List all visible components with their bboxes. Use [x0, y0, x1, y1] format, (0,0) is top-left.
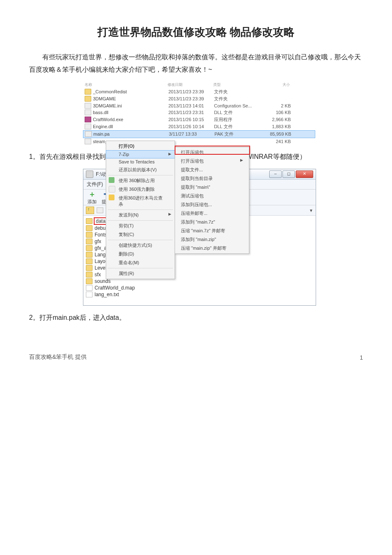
minimize-button[interactable]: – — [269, 170, 282, 178]
context-menu-item[interactable]: 属性(R) — [106, 269, 175, 278]
item-icon — [86, 232, 93, 238]
col-size: 大小 — [261, 82, 290, 88]
submenu-item[interactable]: 压缩 "main.zip" 并邮寄 — [175, 244, 249, 253]
file-name: 3DMGAME — [93, 96, 168, 101]
file-icon — [85, 89, 91, 95]
file-size: 2,966 KB — [262, 117, 291, 122]
item-icon — [86, 272, 93, 278]
context-menu-item[interactable]: 使用360进行木马云查杀 — [106, 194, 175, 209]
column-headers: 名称 修改日期 类型 大小 — [83, 81, 315, 88]
file-size: 85,959 KB — [262, 131, 291, 136]
menu-item[interactable]: 文件(F) — [87, 181, 103, 188]
file-name: main.pa — [93, 131, 169, 136]
archive-item[interactable]: lang_en.txt — [86, 291, 156, 298]
file-row[interactable]: main.pa3/11/27 13:33PAK 文件85,959 KB — [83, 130, 315, 138]
context-menu-item[interactable]: 7-Zip▶ — [106, 150, 175, 158]
context-menu-item[interactable]: 复制(C) — [106, 230, 175, 239]
file-date: 2013/11/23 23:31 — [168, 110, 214, 115]
maximize-button[interactable]: ◻ — [282, 170, 295, 178]
item-icon — [86, 225, 93, 231]
file-icon — [85, 110, 91, 115]
submenu-item[interactable]: 添加到 "main.zip" — [175, 235, 249, 244]
context-menu-item[interactable]: 发送到(N)▶ — [106, 211, 175, 219]
submenu-item[interactable]: 打开压缩包▶ — [175, 157, 249, 166]
file-name: 3DMGAME.ini — [93, 103, 168, 108]
submenu-item[interactable]: 压缩并邮寄... — [175, 209, 249, 218]
archive-item[interactable]: CraftWorld_d.map — [86, 285, 156, 291]
item-name: Fonts — [95, 232, 107, 238]
file-date: 2013/11/23 14:01 — [168, 103, 214, 108]
item-icon — [86, 218, 93, 224]
file-name: CraftWorld.exe — [93, 117, 168, 122]
col-type: 类型 — [213, 82, 261, 88]
context-menu-item[interactable]: 删除(D) — [106, 250, 175, 258]
item-name: CraftWorld_d.map — [95, 285, 135, 291]
item-icon — [86, 285, 93, 291]
file-row[interactable]: 3DMGAME2013/11/23 23:39文件夹 — [83, 95, 315, 102]
context-menu-item[interactable]: 使用 360解除占用 — [106, 176, 175, 185]
file-type: 应用程序 — [214, 117, 262, 123]
context-menu-item[interactable]: 重命名(M) — [106, 258, 175, 267]
file-type: Configuration Se... — [214, 103, 262, 108]
submenu-item[interactable]: 添加到压缩包... — [175, 200, 249, 209]
file-icon — [85, 124, 91, 129]
submenu-item[interactable]: 添加到 "main.7z" — [175, 218, 249, 226]
dropdown-icon[interactable]: ▼ — [309, 208, 313, 213]
item-icon — [86, 265, 93, 271]
file-row[interactable]: CraftWorld.exe2013/11/26 10:15应用程序2,966 … — [83, 116, 315, 123]
file-date: 2013/11/23 23:39 — [168, 96, 214, 101]
file-row[interactable]: _CommonRedist2013/11/23 23:39文件夹 — [83, 88, 315, 95]
context-menu-item[interactable]: 打开(O) — [106, 142, 175, 151]
file-size: 241 KB — [262, 139, 291, 144]
item-icon — [86, 252, 93, 258]
file-list: _CommonRedist2013/11/23 23:39文件夹3DMGAME2… — [83, 88, 315, 145]
item-name: lang_en.txt — [95, 292, 119, 297]
file-row[interactable]: 3DMGAME.ini2013/11/23 14:01Configuration… — [83, 102, 315, 109]
file-row[interactable]: Engine.dll2013/11/26 10:14DLL 文件1,883 KB — [83, 123, 315, 130]
context-menu-item[interactable]: 还原以前的版本(V) — [106, 166, 175, 174]
item-name: sounds — [95, 278, 111, 284]
context-menu-item[interactable]: Save to Tentacles — [106, 158, 175, 166]
item-icon — [86, 292, 93, 297]
file-name: _CommonRedist — [93, 89, 168, 94]
toolbar-button[interactable]: ＋添加 — [85, 190, 99, 205]
context-menu-item[interactable]: 使用 360强力删除 — [106, 185, 175, 194]
file-type: DLL 文件 — [214, 110, 262, 116]
submenu-7zip[interactable]: 打开压缩包打开压缩包▶提取文件...提取到当前目录提取到 "main\"测试压缩… — [175, 147, 249, 254]
file-name: Engine.dll — [93, 124, 168, 129]
file-date: 2013/11/23 23:39 — [168, 89, 214, 94]
app-icon — [86, 170, 93, 178]
submenu-item[interactable]: 提取到 "main\" — [175, 183, 249, 192]
page-title: 打造世界物品数值修改攻略 物品修改攻略 — [29, 25, 363, 39]
item-name: gfx — [95, 239, 101, 244]
context-menu[interactable]: 打开(O)7-Zip▶Save to Tentacles还原以前的版本(V)使用… — [106, 141, 175, 279]
context-menu-item[interactable]: 剪切(T) — [106, 222, 175, 230]
submenu-item[interactable]: 提取到当前目录 — [175, 174, 249, 183]
file-type: PAK 文件 — [214, 131, 262, 137]
submenu-item[interactable]: 测试压缩包 — [175, 192, 249, 200]
page-number: 1 — [360, 354, 363, 361]
submenu-item[interactable]: 压缩 "main.7z" 并邮寄 — [175, 226, 249, 235]
step-2: 2。打开main.pak后，进入data。 — [29, 312, 363, 324]
file-row[interactable]: bass.dll2013/11/23 23:31DLL 文件106 KB — [83, 109, 315, 116]
file-type: DLL 文件 — [214, 124, 262, 130]
file-icon — [85, 103, 91, 109]
item-icon — [86, 245, 93, 251]
submenu-item[interactable]: 提取文件... — [175, 166, 249, 174]
file-size: 106 KB — [262, 110, 291, 115]
file-size: 2 KB — [262, 103, 291, 108]
toolbar-label: 添加 — [85, 199, 99, 205]
footer-source: 百度攻略&笨手机 提供 — [29, 353, 87, 360]
submenu-item[interactable]: 打开压缩包 — [175, 148, 249, 157]
item-icon — [86, 258, 93, 264]
screenshot-explorer: 名称 修改日期 类型 大小 _CommonRedist2013/11/23 23… — [83, 81, 315, 145]
item-name: Lang — [95, 252, 106, 258]
path-icon — [97, 207, 103, 213]
file-icon — [85, 139, 91, 144]
item-icon — [86, 239, 93, 244]
file-type: 文件夹 — [214, 96, 262, 102]
up-folder-icon[interactable] — [86, 207, 94, 214]
close-button[interactable]: ✕ — [296, 170, 313, 178]
context-menu-item[interactable]: 创建快捷方式(S) — [106, 241, 175, 250]
item-icon — [86, 278, 93, 284]
